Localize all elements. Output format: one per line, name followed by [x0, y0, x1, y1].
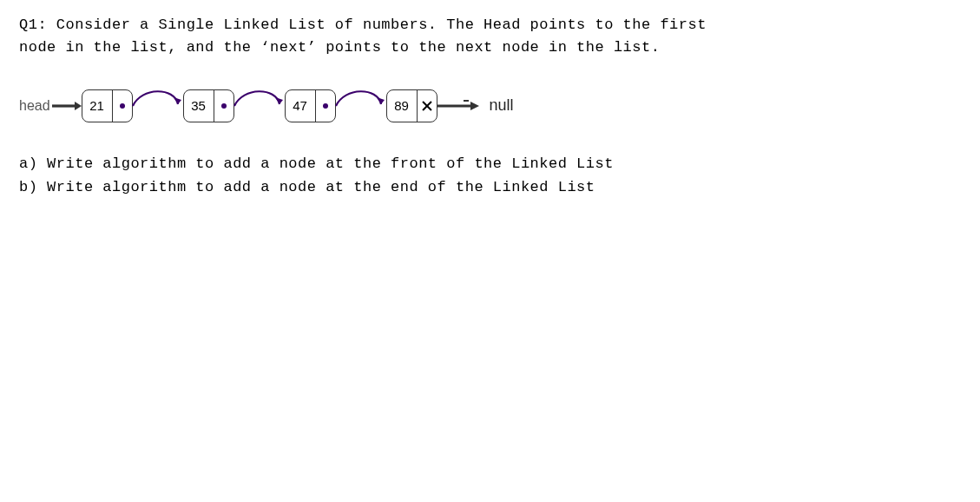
question-text: Q1: Consider a Single Linked List of num…	[19, 14, 961, 60]
null-label: null	[490, 96, 514, 115]
null-arrow-icon	[437, 97, 481, 115]
question-line-2: node in the list, and the ‘next’ points …	[19, 36, 961, 59]
node-value: 21	[82, 90, 113, 122]
question-line-1: Q1: Consider a Single Linked List of num…	[19, 14, 961, 36]
page-root: Q1: Consider a Single Linked List of num…	[0, 0, 980, 213]
list-node: 35	[183, 89, 234, 122]
node-pointer-icon	[113, 90, 132, 122]
node-null-pointer-icon	[418, 90, 437, 122]
part-b: b) Write algorithm to add a node at the …	[19, 175, 961, 199]
node-value: 35	[184, 90, 214, 122]
node-value: 47	[286, 90, 316, 122]
list-node: 47	[285, 89, 336, 122]
list-node: 89	[386, 89, 437, 122]
svg-marker-1	[75, 102, 82, 110]
list-node: 21	[82, 89, 133, 122]
part-a: a) Write algorithm to add a node at the …	[19, 152, 961, 175]
linked-list-diagram: head 21 35	[19, 84, 961, 136]
link-arrow-icon	[336, 89, 386, 123]
head-arrow-icon	[52, 100, 82, 112]
head-label: head	[19, 98, 50, 114]
svg-marker-4	[377, 97, 385, 104]
link-arrow-icon	[234, 89, 285, 123]
svg-marker-7	[470, 102, 479, 110]
node-pointer-icon	[214, 90, 233, 122]
svg-marker-2	[174, 97, 181, 104]
link-arrow-icon	[133, 89, 183, 123]
subparts: a) Write algorithm to add a node at the …	[19, 152, 961, 199]
node-pointer-icon	[316, 90, 335, 122]
node-value: 89	[387, 90, 418, 122]
svg-marker-3	[275, 97, 283, 104]
